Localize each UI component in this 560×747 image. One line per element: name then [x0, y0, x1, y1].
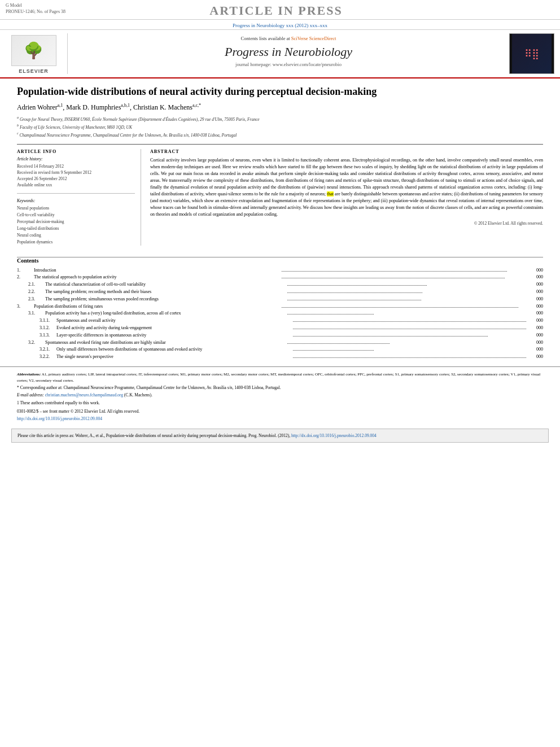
toc-item-3-2-2: 3.2.2. The single neuron's perspective .…: [17, 353, 543, 361]
toc-item-3-1-2: 3.1.2. Evoked activity and activity duri…: [17, 325, 543, 332]
toc-item-2-2: 2.2. The sampling problem; recording met…: [17, 289, 543, 296]
article-title: Population-wide distributions of neural …: [17, 85, 543, 98]
elsevier-logo: 🌳 ELSEVIER: [6, 33, 68, 74]
journal-title: Progress in Neurobiology: [73, 45, 504, 59]
elsevier-wordmark: ELSEVIER: [19, 68, 49, 74]
email-link[interactable]: christian.machens@neuro.fchampalimaud.or…: [45, 392, 123, 397]
article-info-abstract: Article info Article history: Received 1…: [17, 144, 543, 246]
toc-item-3-2-1: 3.2.1. Only small differences between di…: [17, 346, 543, 353]
contents-section: Contents 1. Introduction ...............…: [0, 257, 560, 361]
tree-icon: 🌳: [24, 41, 43, 60]
abstract-text: Cortical activity involves large populat…: [150, 157, 543, 218]
abstract-heading: Abstract: [150, 149, 543, 154]
citation-banner: Progress in Neurobiology xxx (2012) xxx–…: [0, 20, 560, 30]
thumb-graphic: ⠿⣿: [524, 47, 539, 60]
copyright-line: © 2012 Elsevier Ltd. All rights reserved…: [150, 221, 543, 226]
revised-date: Received in revised form 9 September 201…: [17, 169, 135, 176]
toc-item-3-2: 3.2. Spontaneous and evoked firing rate …: [17, 339, 543, 347]
divider: [17, 193, 135, 194]
citation-box: Please cite this article in press as: Wo…: [11, 429, 549, 443]
toc-item-3: 3. Population distributions of firing ra…: [17, 303, 543, 311]
homepage-line: journal homepage: www.elsevier.com/locat…: [73, 62, 504, 67]
highlighted-word: that: [327, 191, 334, 196]
keyword-3: Perceptual decision-making: [17, 219, 135, 225]
issn-line: 0301-0082/$ – see front matter © 2012 El…: [17, 409, 543, 414]
toc-item-3-1-1: 3.1.1. Spontaneous and overall activity …: [17, 317, 543, 325]
journal-info: Contents lists available at SciVerse Sci…: [73, 33, 504, 74]
accepted-date: Accepted 26 September 2012: [17, 176, 135, 182]
affiliation-a: a Group for Neural Theory, INSERM U960, …: [17, 115, 543, 123]
online-date: Available online xxx: [17, 182, 135, 188]
thumb-image: ⠿⣿: [512, 34, 552, 73]
keyword-1: Neural populations: [17, 205, 135, 212]
doi-line: http://dx.doi.org/10.1016/j.pneurobio.20…: [17, 415, 543, 421]
contents-availability: Contents lists available at SciVerse Sci…: [73, 36, 504, 41]
doi-link[interactable]: http://dx.doi.org/10.1016/j.pneurobio.20…: [17, 416, 102, 421]
history-label: Article history:: [17, 156, 135, 161]
article-in-press-banner: ARTICLE IN PRESS: [65, 2, 487, 18]
logo-image: 🌳: [11, 35, 56, 66]
affiliations: a Group for Neural Theory, INSERM U960, …: [17, 115, 543, 138]
toc-item-3-1-3: 3.1.3. Layer-specific differences in spo…: [17, 332, 543, 339]
citation-box-link[interactable]: http://dx.doi.org/10.1016/j.pneurobio.20…: [291, 433, 377, 438]
keyword-4: Long-tailed distributions: [17, 225, 135, 232]
keyword-2: Cell-to-cell variability: [17, 212, 135, 219]
gmodel-label: G Model: [6, 3, 22, 8]
contents-title: Contents: [17, 257, 543, 264]
toc-item-2: 2. The statistical approach to populatio…: [17, 274, 543, 281]
keyword-6: Population dynamics: [17, 239, 135, 246]
equal-contrib-note: 1 These authors contributed equally to t…: [17, 400, 543, 406]
author-2: Mark D. Humphriesa,b,1: [66, 103, 130, 111]
abstract-column: Abstract Cortical activity involves larg…: [150, 149, 543, 246]
author-1: Adrien Wohrera,1: [17, 103, 63, 111]
author-3: Christian K. Machensa,c,*: [133, 103, 201, 111]
email-note: E-mail address: christian.machens@neuro.…: [17, 392, 543, 398]
authors-line: Adrien Wohrera,1, Mark D. Humphriesa,b,1…: [17, 103, 543, 112]
affiliation-b: b Faculty of Life Sciences, University o…: [17, 123, 543, 130]
top-bar: G Model PRONEU-1246; No. of Pages 38 ART…: [0, 0, 560, 20]
toc-item-2-3: 2.3. The sampling problem; simultaneous …: [17, 296, 543, 303]
toc-item-1: 1. Introduction ........................…: [17, 267, 543, 274]
article-info-column: Article info Article history: Received 1…: [17, 149, 141, 246]
proneu-label: PRONEU-1246; No. of Pages 38: [6, 9, 65, 14]
gmodel-info: G Model PRONEU-1246; No. of Pages 38: [6, 2, 65, 15]
corresponding-author-note: * Corresponding author at: Champalimaud …: [17, 385, 543, 391]
footer-notes: Abbreviations: A1, primary auditory cort…: [0, 366, 560, 424]
keyword-5: Neural coding: [17, 232, 135, 239]
toc-item-3-1: 3.1. Population activity has a (very) lo…: [17, 310, 543, 317]
toc-item-2-1: 2.1. The statistical characterization of…: [17, 281, 543, 289]
sciverse-link[interactable]: SciVerse ScienceDirect: [291, 36, 336, 41]
received-date: Received 14 February 2012: [17, 163, 135, 169]
main-content: Population-wide distributions of neural …: [0, 78, 560, 257]
article-info-heading: Article info: [17, 149, 135, 154]
journal-header: 🌳 ELSEVIER Contents lists available at S…: [0, 30, 560, 78]
keywords-label: Keywords:: [17, 198, 135, 203]
abbreviations: Abbreviations: A1, primary auditory cort…: [17, 372, 543, 383]
affiliation-c: c Champalimaud Neuroscience Programme, C…: [17, 131, 543, 138]
journal-thumbnail: ⠿⣿: [509, 33, 554, 74]
